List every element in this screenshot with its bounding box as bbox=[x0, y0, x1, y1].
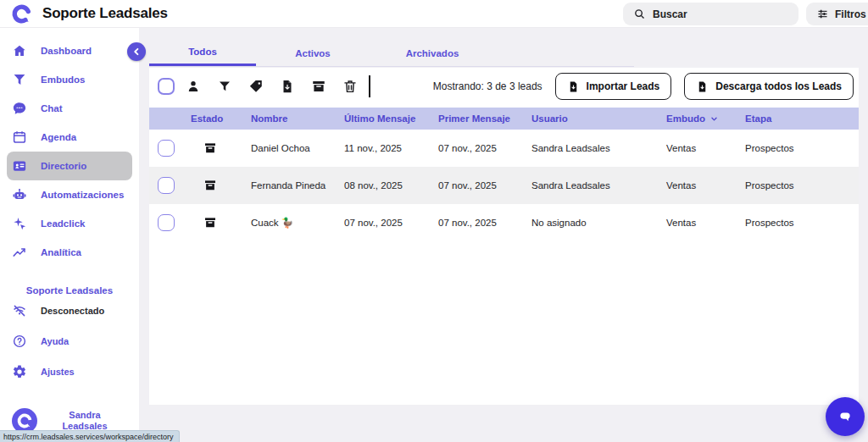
select-all-checkbox[interactable] bbox=[158, 78, 175, 95]
sidebar-item-leadclick[interactable]: Leadclick bbox=[7, 209, 132, 238]
col-usuario: Usuario bbox=[531, 113, 666, 124]
cell-nombre: Fernanda Pineda bbox=[251, 180, 344, 191]
cell-ultimo-mensaje: 08 nov., 2025 bbox=[344, 180, 438, 191]
row-checkbox[interactable] bbox=[158, 177, 175, 194]
chevron-down-icon bbox=[709, 114, 719, 124]
home-icon bbox=[12, 43, 27, 58]
search-icon bbox=[633, 8, 646, 20]
cell-primer-mensaje: 07 nov., 2025 bbox=[438, 180, 531, 191]
col-embudo[interactable]: Embudo bbox=[666, 113, 745, 124]
cell-nombre: Cuack 🦆 bbox=[251, 217, 344, 229]
filters-button[interactable]: Filtros bbox=[806, 3, 868, 25]
cell-usuario: Sandra Leadsales bbox=[531, 180, 666, 191]
col-etapa: Etapa bbox=[745, 113, 859, 124]
row-checkbox[interactable] bbox=[158, 140, 175, 157]
download-all-leads-button[interactable]: Descarga todos los Leads bbox=[684, 73, 854, 100]
workspace-label: Soporte Leadsales bbox=[0, 285, 139, 296]
leadsales-logo-icon bbox=[11, 3, 32, 25]
cell-ultimo-mensaje: 11 nov., 2025 bbox=[344, 143, 438, 153]
wifi-off-icon bbox=[12, 303, 27, 318]
lead-status-archive-icon bbox=[203, 215, 218, 230]
row-checkbox[interactable] bbox=[158, 214, 175, 231]
sidebar-item-ayuda[interactable]: Ayuda bbox=[7, 326, 132, 356]
action-bar: Mostrando: 3 de 3 leads Importar Leads D… bbox=[149, 68, 859, 105]
brand: Soporte Leadsales bbox=[0, 3, 168, 25]
chat-widget-button[interactable] bbox=[826, 397, 865, 436]
tab-bar: Todos Activos Archivados bbox=[149, 40, 634, 67]
main-content: Todos Activos Archivados Mostrando: 3 de… bbox=[139, 28, 868, 442]
chevron-left-icon bbox=[129, 46, 144, 58]
col-ultimo-mensaje: Último Mensaje bbox=[344, 113, 438, 124]
cell-usuario: Sandra Leadsales bbox=[531, 143, 666, 153]
sidebar-item-ajustes[interactable]: Ajustes bbox=[7, 356, 132, 387]
col-estado: Estado bbox=[191, 113, 251, 124]
tab-archivados[interactable]: Archivados bbox=[370, 40, 495, 66]
sliders-icon bbox=[816, 8, 829, 20]
app-title: Soporte Leadsales bbox=[42, 5, 168, 22]
export-file-icon[interactable] bbox=[280, 79, 295, 94]
sidebar-collapse-button[interactable] bbox=[127, 42, 146, 61]
text-cursor bbox=[369, 75, 370, 97]
sidebar-item-directorio[interactable]: Directorio bbox=[7, 152, 132, 180]
cell-etapa: Prospectos bbox=[745, 218, 859, 228]
filter-icon[interactable] bbox=[217, 79, 232, 94]
trend-chart-icon bbox=[12, 245, 27, 260]
table-row[interactable]: Daniel Ochoa 11 nov., 2025 07 nov., 2025… bbox=[149, 130, 859, 167]
link-preview-statusbar: https://crm.leadsales.services/workspace… bbox=[0, 430, 180, 442]
cell-primer-mensaje: 07 nov., 2025 bbox=[438, 143, 531, 153]
chat-bubble-icon bbox=[12, 101, 27, 116]
showing-count: Mostrando: 3 de 3 leads bbox=[433, 80, 542, 92]
cell-embudo: Ventas bbox=[666, 218, 745, 228]
leads-panel: Mostrando: 3 de 3 leads Importar Leads D… bbox=[149, 68, 859, 405]
cell-primer-mensaje: 07 nov., 2025 bbox=[438, 218, 531, 228]
calendar-icon bbox=[12, 130, 27, 145]
cell-embudo: Ventas bbox=[666, 143, 745, 153]
help-circle-icon bbox=[12, 334, 27, 349]
sparkle-cursor-icon bbox=[12, 216, 27, 231]
filters-label: Filtros bbox=[835, 8, 866, 20]
top-bar: Soporte Leadsales Buscar Filtros bbox=[0, 0, 868, 28]
import-file-icon bbox=[567, 80, 580, 93]
lead-status-archive-icon bbox=[203, 141, 218, 156]
sidebar: Dashboard Embudos Chat Agenda Directorio… bbox=[0, 28, 139, 442]
connection-status-label: Desconectado bbox=[41, 306, 104, 316]
funnel-icon bbox=[12, 72, 27, 87]
cell-ultimo-mensaje: 07 nov., 2025 bbox=[344, 218, 438, 228]
download-file-icon bbox=[696, 80, 709, 93]
cell-etapa: Prospectos bbox=[745, 180, 859, 191]
contact-card-icon bbox=[12, 158, 27, 174]
search-placeholder: Buscar bbox=[653, 8, 687, 20]
sidebar-item-agenda[interactable]: Agenda bbox=[7, 123, 132, 152]
gear-icon bbox=[12, 364, 27, 379]
tab-activos[interactable]: Activos bbox=[256, 40, 370, 66]
cell-nombre: Daniel Ochoa bbox=[251, 143, 344, 153]
table-row[interactable]: Cuack 🦆 07 nov., 2025 07 nov., 2025 No a… bbox=[149, 204, 859, 241]
robot-icon bbox=[12, 187, 27, 202]
cell-etapa: Prospectos bbox=[745, 143, 859, 153]
tab-todos[interactable]: Todos bbox=[149, 40, 256, 66]
user-name: Sandra Leadsales bbox=[49, 410, 120, 431]
cell-usuario: No asignado bbox=[531, 218, 666, 228]
connection-status[interactable]: Desconectado bbox=[7, 296, 132, 326]
table-header: Estado Nombre Último Mensaje Primer Mens… bbox=[149, 108, 859, 130]
cell-embudo: Ventas bbox=[666, 180, 745, 191]
search-input[interactable]: Buscar bbox=[623, 3, 798, 25]
tag-icon[interactable] bbox=[248, 79, 264, 94]
sidebar-item-embudos[interactable]: Embudos bbox=[7, 65, 132, 94]
sidebar-item-chat[interactable]: Chat bbox=[7, 94, 132, 123]
trash-icon[interactable] bbox=[342, 79, 358, 94]
import-leads-button[interactable]: Importar Leads bbox=[555, 73, 672, 100]
sidebar-item-dashboard[interactable]: Dashboard bbox=[7, 36, 132, 65]
table-row[interactable]: Fernanda Pineda 08 nov., 2025 07 nov., 2… bbox=[149, 167, 859, 204]
statusbar-url: https://crm.leadsales.services/workspace… bbox=[3, 433, 174, 441]
sidebar-item-automatizaciones[interactable]: Automatizaciones bbox=[7, 180, 132, 209]
sidebar-item-analitica[interactable]: Analítica bbox=[7, 238, 132, 267]
col-primer-mensaje: Primer Mensaje bbox=[438, 113, 531, 124]
assign-user-icon[interactable] bbox=[186, 79, 201, 94]
col-nombre: Nombre bbox=[251, 113, 344, 124]
chat-fab-bubble-icon bbox=[837, 406, 853, 427]
lead-status-archive-icon bbox=[203, 178, 218, 193]
archive-icon[interactable] bbox=[311, 79, 326, 94]
